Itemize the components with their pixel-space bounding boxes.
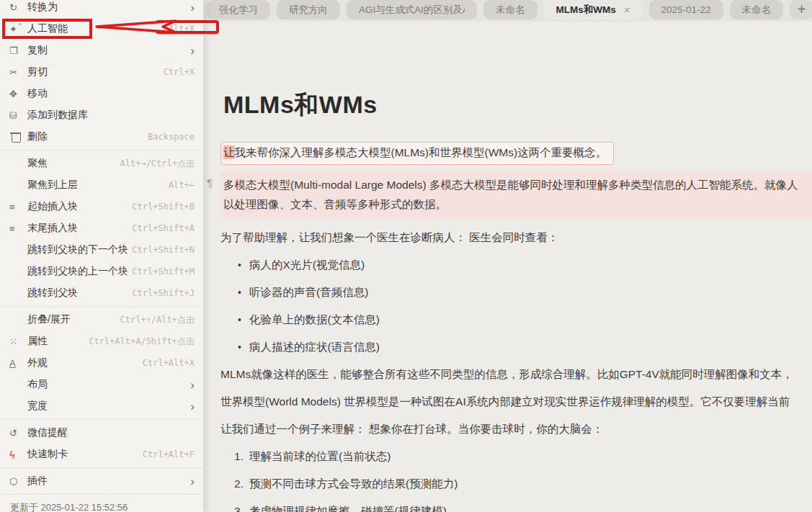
last-updated-timestamp: 更新于 2025-01-22 15:52:56 — [0, 497, 203, 512]
menu-item-add-to-database[interactable]: ⛁ 添加到数据库 — [0, 104, 203, 126]
menu-item-label: 末尾插入块 — [27, 222, 78, 235]
tab-untitled-2[interactable]: 未命名 — [730, 0, 784, 19]
bullet-item[interactable]: • 化验单上的数据(文本信息) — [220, 313, 812, 327]
numbered-item[interactable]: 1. 理解当前球的位置(当前状态) — [220, 449, 812, 464]
bullet-marker: • — [238, 313, 249, 327]
menu-item-shortcut: Ctrl+Shift+M — [128, 266, 195, 277]
bullet-text: 病人的X光片(视觉信息) — [249, 258, 365, 272]
tab-research-direction[interactable]: 研究方向 — [277, 0, 340, 19]
document-editor[interactable]: MLMs和WMs 让我来帮你深入理解多模态大模型(MLMs)和世界模型(WMs)… — [204, 90, 812, 512]
menu-item-label: 聚焦 — [27, 157, 48, 170]
document-title[interactable]: MLMs和WMs — [223, 90, 812, 119]
menu-item-label: 宽度 — [27, 400, 48, 413]
menu-item-jump-parent-prev[interactable]: 跳转到父块的上一个块 Ctrl+Shift+M — [0, 261, 203, 282]
menu-divider — [0, 467, 203, 468]
menu-item-ai[interactable]: ✦ 人工智能 Alt+X — [0, 18, 203, 40]
menu-item-convert[interactable]: ↻ 转换为 › — [0, 0, 203, 18]
menu-item-shortcut: Ctrl+Shift+J — [78, 288, 195, 298]
menu-item-width[interactable]: 宽度 › — [0, 395, 203, 417]
menu-item-label: 跳转到父块的上一个块 — [27, 265, 128, 278]
menu-item-layout[interactable]: 布局 › — [0, 374, 203, 395]
menu-item-fold[interactable]: 折叠/展开 Ctrl+↑/Alt+点击 — [0, 309, 203, 331]
paragraph-line: 以处理图像、文本、音频等多种形式的数据。 — [223, 194, 812, 214]
menu-item-label: 复制 — [27, 44, 48, 57]
menu-item-label: 移动 — [27, 87, 48, 100]
menu-item-wechat-reminder[interactable]: ↺ 微信提醒 — [0, 422, 203, 444]
selected-character: 让 — [223, 145, 235, 159]
number-marker: 3. — [234, 504, 249, 512]
tab-label: 强化学习 — [219, 4, 258, 17]
menu-item-cut[interactable]: ✂ 剪切 Ctrl+X — [0, 61, 203, 83]
paragraph[interactable]: 让我们通过一个例子来理解： 想象你在打台球。当你要击球时，你的大脑会： — [220, 422, 812, 436]
tab-label: 未命名 — [496, 4, 525, 17]
tab-untitled-1[interactable]: 未命名 — [483, 0, 537, 19]
tab-label: 未命名 — [742, 4, 772, 17]
paragraph-line: 多模态大模型(Multi-modal Large Models) 多模态大模型是… — [223, 175, 812, 194]
menu-item-insert-block-start[interactable]: ≡ 起始插入块 Ctrl+Shift+B — [0, 196, 203, 217]
menu-item-shortcut: Ctrl+X — [48, 67, 195, 77]
chevron-right-icon: › — [190, 400, 195, 413]
menu-item-plugin[interactable]: ⬡ 插件 › — [0, 470, 203, 492]
menu-item-label: 聚焦到上层 — [27, 179, 78, 192]
menu-item-attributes[interactable]: ⁙ 属性 Ctrl+Alt+A/Shift+点击 — [0, 331, 203, 352]
numbered-item[interactable]: 3. 考虑物理规律如摩擦、碰撞等(规律建模) — [220, 504, 812, 512]
menu-item-shortcut: Ctrl+Shift+A — [78, 223, 195, 233]
paragraph-block-wrapper: ¶ 多模态大模型(Multi-modal Large Models) 多模态大模… — [220, 171, 812, 219]
menu-item-appearance[interactable]: A 外观 Ctrl+Alt+X — [0, 352, 203, 374]
chevron-right-icon: › — [190, 45, 195, 57]
menu-item-insert-block-end[interactable]: ≡ 末尾插入块 Ctrl+Shift+A — [0, 217, 203, 239]
wechat-reminder-icon: ↺ — [9, 422, 27, 444]
menu-item-focus-parent[interactable]: 聚焦到上层 Alt+← — [0, 174, 203, 196]
copy-icon: ❐ — [9, 40, 27, 61]
menu-section: 折叠/展开 Ctrl+↑/Alt+点击 ⁙ 属性 Ctrl+Alt+A/Shif… — [0, 309, 203, 417]
bullet-text: 病人描述的症状(语言信息) — [249, 340, 380, 354]
tab-2025-01-22[interactable]: 2025-01-22 — [649, 0, 723, 19]
insert-block-end-icon: ≡ — [9, 217, 27, 239]
appearance-a-icon: A — [9, 352, 27, 374]
menu-item-jump-parent-next[interactable]: 跳转到父块的下一个块 Ctrl+Shift+N — [0, 239, 203, 261]
bullet-text: 化验单上的数据(文本信息) — [249, 313, 380, 327]
menu-item-copy[interactable]: ❐ 复制 › — [0, 40, 203, 61]
close-icon[interactable]: × — [624, 4, 630, 15]
menu-item-delete[interactable]: 删除 Backspace — [0, 126, 203, 148]
tab-mlms-wms[interactable]: MLMs和WMs × — [544, 0, 643, 19]
number-marker: 1. — [234, 449, 249, 464]
bullet-list: • 病人的X光片(视觉信息) • 听诊器的声音(音频信息) • 化验单上的数据(… — [220, 258, 812, 354]
menu-item-label: 转换为 — [27, 1, 58, 14]
bullet-marker: • — [238, 340, 249, 354]
paragraph[interactable]: MLMs就像这样的医生，能够整合所有这些不同类型的信息，形成综合理解。比如GPT… — [220, 367, 812, 382]
tab-agi-vs-genai[interactable]: AGI与生成式AI的区别及A — [347, 0, 477, 19]
insert-block-start-icon: ≡ — [9, 196, 27, 217]
menu-item-shortcut: Ctrl+Alt+F — [68, 449, 195, 459]
menu-divider — [0, 306, 203, 307]
numbered-text: 考虑物理规律如摩擦、碰撞等(规律建模) — [249, 504, 447, 512]
menu-item-shortcut: Ctrl+Alt+X — [48, 358, 195, 368]
number-marker: 2. — [234, 477, 249, 491]
menu-item-shortcut: Ctrl+Shift+B — [78, 202, 195, 212]
menu-item-jump-parent[interactable]: 跳转到父块 Ctrl+Shift+J — [0, 282, 203, 304]
bullet-text: 听诊器的声音(音频信息) — [249, 285, 368, 300]
tab-list: 强化学习 研究方向 AGI与生成式AI的区别及A 未命名 MLMs和WMs × — [207, 0, 783, 19]
bullet-marker: • — [238, 258, 249, 272]
tab-reinforcement-learning[interactable]: 强化学习 — [207, 0, 270, 19]
menu-item-label: 微信提醒 — [27, 426, 68, 439]
paragraph-block-highlighted[interactable]: 让我来帮你深入理解多模态大模型(MLMs)和世界模型(WMs)这两个重要概念。 — [220, 142, 614, 165]
bullet-item[interactable]: • 病人的X光片(视觉信息) — [220, 258, 812, 272]
bullet-item[interactable]: • 听诊器的声音(音频信息) — [220, 285, 812, 300]
paragraph[interactable]: 世界模型(World Models) 世界模型是一种试图在AI系统内部建立对现实… — [220, 395, 812, 409]
menu-item-shortcut: Alt+X — [68, 24, 195, 34]
menu-item-label: 快速制卡 — [27, 448, 68, 461]
menu-divider — [0, 419, 203, 420]
menu-item-move[interactable]: ✥ 移动 — [0, 83, 203, 104]
paragraph-block-selected[interactable]: 多模态大模型(Multi-modal Large Models) 多模态大模型是… — [220, 171, 812, 219]
numbered-text: 理解当前球的位置(当前状态) — [249, 449, 391, 464]
menu-item-focus[interactable]: 聚焦 Alt+→/Ctrl+点击 — [0, 153, 203, 174]
paragraph[interactable]: 为了帮助理解，让我们想象一个医生在诊断病人： 医生会同时查看： — [220, 230, 812, 245]
numbered-text: 预测不同击球方式会导致的结果(预测能力) — [249, 477, 458, 491]
menu-item-label: 人工智能 — [27, 22, 68, 35]
menu-item-quick-card[interactable]: ϟ 快速制卡 Ctrl+Alt+F — [0, 444, 203, 465]
bullet-item[interactable]: • 病人描述的症状(语言信息) — [220, 340, 812, 354]
new-tab-button[interactable]: + — [790, 0, 812, 19]
numbered-item[interactable]: 2. 预测不同击球方式会导致的结果(预测能力) — [220, 477, 812, 491]
menu-item-shortcut: Ctrl+Shift+N — [128, 245, 195, 255]
